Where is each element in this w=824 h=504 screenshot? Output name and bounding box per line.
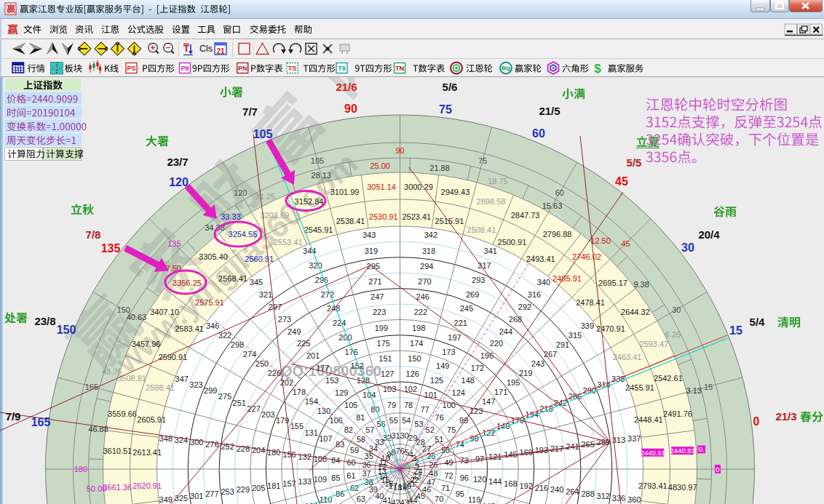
svg-text:319: 319 (365, 247, 378, 255)
svg-text:2575.91: 2575.91 (195, 298, 224, 307)
svg-text:37: 37 (362, 469, 371, 478)
svg-text:70: 70 (435, 495, 443, 503)
svg-text:272: 272 (321, 290, 334, 299)
svg-text:346: 346 (206, 321, 219, 330)
svg-text:52: 52 (426, 425, 435, 434)
svg-text:2491.76: 2491.76 (663, 409, 692, 418)
svg-text:15.63: 15.63 (542, 201, 563, 210)
svg-text:2440.91: 2440.91 (670, 447, 695, 455)
svg-text:3152.84: 3152.84 (295, 197, 324, 206)
svg-text:0: 0 (753, 415, 760, 428)
svg-text:2598.41: 2598.41 (146, 383, 175, 392)
svg-text:85: 85 (331, 473, 340, 482)
svg-text:Big: Big (502, 65, 511, 71)
svg-text:60: 60 (532, 127, 545, 140)
svg-text:245: 245 (460, 304, 473, 313)
svg-text:41: 41 (383, 496, 392, 504)
svg-text:156: 156 (282, 450, 296, 459)
svg-text:2455.91: 2455.91 (625, 383, 654, 392)
svg-text:4830.97: 4830.97 (668, 483, 697, 492)
svg-text:23/7: 23/7 (167, 156, 188, 168)
svg-text:228: 228 (237, 444, 250, 453)
svg-text:2493.41: 2493.41 (526, 255, 555, 263)
svg-text:6.25: 6.25 (665, 330, 681, 339)
svg-text:21/6: 21/6 (336, 81, 357, 93)
svg-text:45: 45 (621, 239, 630, 248)
svg-text:120: 120 (473, 475, 486, 484)
svg-text:45: 45 (615, 175, 628, 188)
svg-text:48: 48 (429, 469, 437, 478)
svg-text:63: 63 (357, 495, 365, 503)
svg-text:317: 317 (478, 261, 491, 270)
svg-text:5/4: 5/4 (750, 316, 766, 328)
svg-text:42: 42 (391, 498, 400, 504)
svg-text:320: 320 (309, 261, 322, 270)
svg-text:3457.96: 3457.96 (132, 340, 161, 348)
svg-text:299: 299 (204, 386, 217, 395)
svg-text:76: 76 (435, 413, 444, 422)
svg-text:55: 55 (389, 416, 398, 425)
svg-text:7/7: 7/7 (242, 105, 258, 118)
svg-text:3101.99: 3101.99 (330, 188, 360, 196)
svg-text:50.00: 50.00 (87, 484, 107, 493)
svg-text:28: 28 (416, 438, 425, 447)
svg-text:120: 120 (234, 188, 247, 197)
svg-text:120: 120 (169, 176, 189, 188)
svg-text:199: 199 (375, 324, 388, 332)
svg-text:151: 151 (379, 354, 392, 363)
svg-text:277: 277 (205, 489, 218, 498)
svg-text:150: 150 (408, 354, 421, 363)
svg-text:29: 29 (408, 433, 417, 442)
svg-text:343: 343 (363, 231, 376, 239)
svg-text:21/5: 21/5 (539, 105, 560, 117)
svg-text:3254.55: 3254.55 (229, 230, 258, 239)
svg-text:2515.91: 2515.91 (435, 217, 464, 225)
svg-text:96: 96 (460, 473, 469, 482)
svg-text:2593.47: 2593.47 (640, 340, 669, 348)
svg-text:149: 149 (436, 361, 449, 370)
svg-text:58: 58 (357, 435, 365, 444)
svg-text:296: 296 (315, 276, 328, 284)
svg-text:3407.10: 3407.10 (150, 308, 179, 316)
svg-text:224: 224 (333, 319, 346, 327)
svg-text:147: 147 (482, 397, 495, 406)
svg-text:2530.91: 2530.91 (369, 212, 398, 221)
svg-text:288: 288 (581, 489, 594, 498)
svg-text:131: 131 (304, 428, 317, 437)
svg-text:35: 35 (365, 452, 373, 460)
svg-text:77: 77 (420, 405, 429, 414)
svg-text:2440.91: 2440.91 (641, 449, 665, 457)
svg-text:125: 125 (430, 376, 443, 385)
svg-text:33.33: 33.33 (221, 212, 241, 221)
svg-text:2949.43: 2949.43 (441, 188, 470, 196)
svg-text:240: 240 (550, 485, 563, 494)
svg-text:31: 31 (391, 431, 400, 440)
svg-text:90: 90 (344, 103, 357, 115)
svg-text:3203.69: 3203.69 (261, 211, 290, 220)
svg-text:TN: TN (395, 65, 404, 72)
svg-text:5/6: 5/6 (443, 81, 458, 93)
svg-text:246: 246 (416, 292, 429, 301)
svg-text:75: 75 (447, 425, 456, 434)
svg-text:75: 75 (478, 156, 487, 165)
svg-text:126: 126 (406, 369, 419, 378)
svg-text:135: 135 (167, 239, 181, 248)
svg-text:221: 221 (454, 319, 467, 327)
svg-text:2538.41: 2538.41 (336, 217, 365, 225)
svg-text:251: 251 (233, 399, 246, 407)
svg-text:252: 252 (221, 442, 234, 451)
svg-text:2644.32: 2644.32 (621, 308, 650, 316)
svg-text:225: 225 (297, 339, 310, 348)
svg-text:143: 143 (482, 502, 495, 504)
svg-text:31.25: 31.25 (255, 192, 276, 201)
svg-text:30: 30 (672, 305, 681, 314)
svg-text:3051.14: 3051.14 (367, 183, 396, 191)
svg-text:71: 71 (441, 484, 450, 492)
svg-text:2463.41: 2463.41 (613, 353, 642, 361)
svg-text:322: 322 (218, 331, 231, 340)
svg-text:28.13: 28.13 (312, 171, 332, 180)
svg-text:PS: PS (127, 65, 135, 72)
svg-text:2523.41: 2523.41 (402, 212, 431, 221)
svg-text:78: 78 (404, 401, 413, 409)
svg-text:81: 81 (356, 413, 365, 422)
